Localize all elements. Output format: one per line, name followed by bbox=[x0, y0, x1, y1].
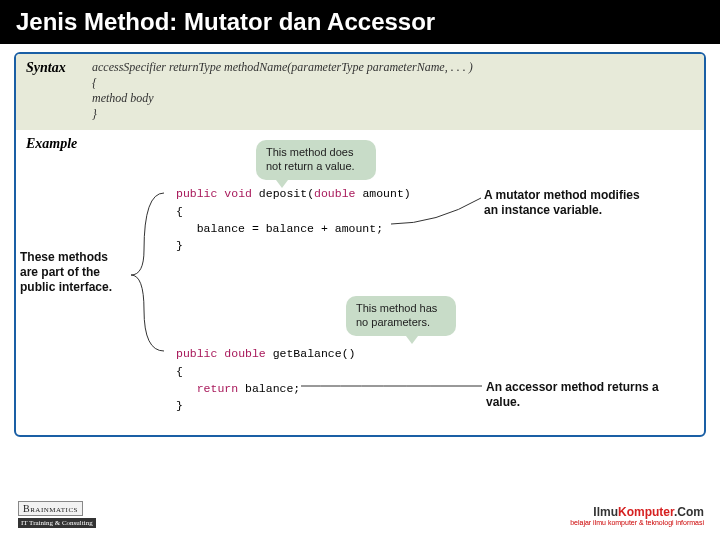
callout1-line1: This method does bbox=[266, 146, 353, 158]
kw-return: return bbox=[197, 382, 238, 395]
callout2-line2: no parameters. bbox=[356, 316, 430, 328]
note-mutator: A mutator method modifies an instance va… bbox=[484, 188, 684, 218]
footer-ilmukomputer: IlmuKomputer.Com belajar ilmu komputer &… bbox=[570, 505, 704, 526]
syntax-section: Syntax accessSpecifier returnType method… bbox=[16, 54, 704, 130]
sidenote-l1: These methods bbox=[20, 250, 108, 264]
syntax-code: accessSpecifier returnType methodName(pa… bbox=[92, 60, 473, 122]
kw-public-2: public bbox=[176, 347, 217, 360]
code2-name: getBalance() bbox=[266, 347, 356, 360]
code1-arg: amount) bbox=[355, 187, 410, 200]
diagram-container: Syntax accessSpecifier returnType method… bbox=[14, 52, 706, 437]
callout-no-params: This method has no parameters. bbox=[346, 296, 456, 336]
callout1-line2: not return a value. bbox=[266, 160, 355, 172]
code1-body: balance = balance + amount; bbox=[176, 222, 383, 235]
callout2-line1: This method has bbox=[356, 302, 437, 314]
code2-brace-open: { bbox=[176, 365, 183, 378]
syntax-line-4: } bbox=[92, 107, 473, 123]
syntax-label: Syntax bbox=[26, 60, 92, 76]
callout-void-return: This method does not return a value. bbox=[256, 140, 376, 180]
code-deposit: public void deposit(double amount) { bal… bbox=[176, 185, 411, 254]
code2-body: balance; bbox=[238, 382, 300, 395]
right1-l2: an instance variable. bbox=[484, 203, 602, 217]
slide-title: Jenis Method: Mutator dan Accessor bbox=[0, 0, 720, 44]
ilmukomputer-tagline: belajar ilmu komputer & teknologi inform… bbox=[570, 519, 704, 526]
kw-double: double bbox=[314, 187, 355, 200]
footer-brainmatics: Brainmatics IT Training & Consulting bbox=[18, 501, 96, 528]
komputer-text: Komputer bbox=[618, 505, 674, 519]
note-accessor: An accessor method returns a value. bbox=[486, 380, 696, 410]
syntax-line-1: accessSpecifier returnType methodName(pa… bbox=[92, 60, 473, 76]
sidenote-l3: public interface. bbox=[20, 280, 112, 294]
code1-brace-close: } bbox=[176, 239, 183, 252]
code2-brace-close: } bbox=[176, 399, 183, 412]
example-section: Example This method does not return a va… bbox=[16, 130, 704, 440]
syntax-line-3: method body bbox=[92, 91, 473, 107]
kw-void: void bbox=[224, 187, 252, 200]
brainmatics-logo: Brainmatics bbox=[18, 501, 83, 516]
com-text: .Com bbox=[674, 505, 704, 519]
syntax-line-2: { bbox=[92, 76, 473, 92]
ilmu-text: Ilmu bbox=[593, 505, 618, 519]
brainmatics-tagline: IT Training & Consulting bbox=[18, 518, 96, 528]
code-getbalance: public double getBalance() { return bala… bbox=[176, 345, 355, 414]
kw-double-2: double bbox=[224, 347, 265, 360]
sidenote-l2: are part of the bbox=[20, 265, 100, 279]
code1-brace-open: { bbox=[176, 205, 183, 218]
kw-public: public bbox=[176, 187, 217, 200]
code1-name: deposit( bbox=[252, 187, 314, 200]
sidenote-public-interface: These methods are part of the public int… bbox=[20, 250, 135, 295]
right1-l1: A mutator method modifies bbox=[484, 188, 640, 202]
